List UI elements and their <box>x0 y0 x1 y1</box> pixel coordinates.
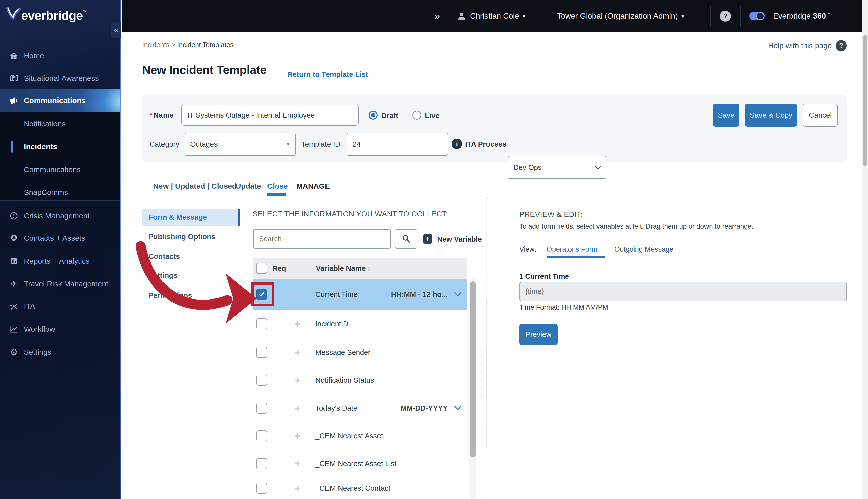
subnav-form-message[interactable]: Form & Message <box>149 213 207 221</box>
view-tab-outgoing-message[interactable]: Outgoing Message <box>614 245 673 253</box>
live-radio[interactable] <box>412 111 421 120</box>
save-copy-button[interactable]: Save & Copy <box>745 104 797 126</box>
row-checkbox[interactable] <box>256 402 267 414</box>
search-input[interactable] <box>253 229 391 249</box>
chevron-down-icon: ▾ <box>281 133 295 155</box>
table-row[interactable]: + _CEM Nearest Contact <box>253 477 467 499</box>
sidebar-item-situational-awareness[interactable]: Situational Awareness <box>0 70 121 87</box>
preview-button[interactable]: Preview <box>519 324 558 345</box>
ita-process-select[interactable]: Dev Ops <box>508 156 606 179</box>
person-pin-icon <box>9 233 18 243</box>
sidebar-item-communications-sub[interactable]: Communications <box>0 161 121 179</box>
network-icon <box>9 302 18 311</box>
table-row[interactable]: + _CEM Nearest Asset List <box>253 450 467 477</box>
table-row[interactable]: + Notification Status <box>253 366 467 394</box>
template-id-input[interactable] <box>347 133 448 156</box>
table-scrollbar-thumb[interactable] <box>470 281 476 457</box>
sidebar-item-communications[interactable]: Communications <box>0 92 121 109</box>
divider <box>241 198 242 311</box>
org-name: Tower Global (Organization Admin) <box>557 12 678 21</box>
row-checkbox[interactable] <box>256 430 267 441</box>
sidebar-item-travel-risk[interactable]: ✈ Travel Risk Management <box>0 275 121 293</box>
sidebar-item-workflow[interactable]: Workflow <box>0 320 121 338</box>
active-tab-underline <box>267 194 286 196</box>
sidebar-item-settings[interactable]: ⚙ Settings <box>0 343 121 361</box>
drag-handle-icon[interactable]: + <box>295 403 301 413</box>
breadcrumb-parent[interactable]: Incidents <box>142 41 169 49</box>
toggle-switch-icon <box>749 12 765 20</box>
selected-item-indicator <box>11 141 13 153</box>
tab-update[interactable]: Update <box>236 182 261 191</box>
select-all-checkbox[interactable] <box>256 263 267 274</box>
sidebar-item-crisis-management[interactable]: Crisis Management <box>0 207 121 224</box>
help-button[interactable]: ? <box>720 0 731 32</box>
user-icon <box>457 0 466 32</box>
page-scrollbar-thumb[interactable] <box>863 35 867 166</box>
subnav-permissions[interactable]: Permissions <box>149 291 192 300</box>
category-label: Category <box>150 140 179 148</box>
tab-manage[interactable]: MANAGE <box>296 182 330 191</box>
breadcrumb: Incidents > Incident Templates <box>142 41 234 49</box>
table-row[interactable]: + Message Sender <box>253 338 467 366</box>
new-variable-icon[interactable]: + <box>423 234 433 244</box>
subnav-contacts[interactable]: Contacts <box>149 252 180 260</box>
subnav-settings[interactable]: Settings <box>149 271 177 280</box>
row-checkbox[interactable] <box>256 483 267 494</box>
row-checkbox[interactable] <box>256 318 267 329</box>
drag-handle-icon[interactable]: + <box>295 290 301 300</box>
row-checkbox[interactable] <box>256 347 267 358</box>
row-checkbox[interactable] <box>256 375 267 386</box>
drag-handle-icon[interactable]: + <box>295 347 301 357</box>
chevron-down-icon[interactable] <box>454 292 462 297</box>
template-id-label: Template ID <box>301 140 340 148</box>
name-input[interactable] <box>181 105 359 126</box>
drag-handle-icon[interactable]: + <box>295 375 301 385</box>
drag-handle-icon[interactable]: + <box>295 483 301 493</box>
view-tab-operators-form[interactable]: Operator's Form <box>546 245 597 253</box>
everbridge-logo[interactable]: everbridge ™ <box>5 6 87 25</box>
sidebar-collapse-button[interactable]: « <box>111 22 121 38</box>
format-value[interactable]: HH:MM - 12 ho... <box>391 290 448 299</box>
expand-menu-icon[interactable]: » <box>434 0 440 32</box>
cancel-button[interactable]: Cancel <box>803 104 838 126</box>
chevron-down-icon[interactable] <box>454 405 462 411</box>
sidebar-item-reports-analytics[interactable]: Reports + Analytics <box>0 252 121 270</box>
page-help-link[interactable]: Help with this page ? <box>768 40 847 51</box>
chevron-down-icon: ▾ <box>681 13 684 20</box>
drag-handle-icon[interactable]: + <box>295 459 301 468</box>
info-icon[interactable]: i <box>451 139 462 149</box>
tab-close[interactable]: Close <box>267 182 288 191</box>
draft-radio[interactable] <box>369 111 378 120</box>
sort-icon[interactable]: ▲▼ <box>367 265 371 272</box>
table-row[interactable]: + _CEM Nearest Asset <box>253 422 467 450</box>
sidebar-item-incidents[interactable]: Incidents <box>0 138 121 156</box>
format-value[interactable]: MM-DD-YYYY <box>400 404 448 412</box>
sidebar-item-ita[interactable]: ITA <box>0 297 121 315</box>
category-select[interactable]: Outages ▾ <box>185 133 296 156</box>
name-label: * Name <box>150 111 174 119</box>
everbridge360-toggle[interactable] <box>749 0 765 32</box>
table-row[interactable]: + IncidentID <box>253 310 467 338</box>
drag-handle-icon[interactable]: + <box>295 431 301 441</box>
sidebar-item-snapcomms[interactable]: SnapComms <box>0 184 121 201</box>
sidebar-item-home[interactable]: Home <box>0 47 121 64</box>
save-button[interactable]: Save <box>713 104 740 126</box>
user-menu[interactable]: Christian Cole ▾ <box>470 0 526 32</box>
tab-new-updated-closed[interactable]: New | Updated | Closed <box>153 182 237 191</box>
table-row-todays-date[interactable]: + Today's Date MM-DD-YYYY <box>253 394 467 422</box>
table-row-current-time[interactable]: + Current Time HH:MM - 12 ho... <box>253 279 467 310</box>
chevron-down-icon <box>595 165 601 170</box>
return-to-template-list-link[interactable]: Return to Template List <box>287 70 368 78</box>
row-checkbox[interactable] <box>256 458 267 469</box>
sidebar-item-notifications[interactable]: Notifications <box>0 115 121 133</box>
subnav-publishing-options[interactable]: Publishing Options <box>149 233 215 241</box>
new-variable-button[interactable]: New Variable <box>437 235 482 243</box>
time-field[interactable] <box>519 282 847 301</box>
sidebar-item-contacts-assets[interactable]: Contacts + Assets <box>0 229 121 247</box>
variable-name-header[interactable]: Variable Name <box>316 264 366 272</box>
drag-handle-icon[interactable]: + <box>295 319 301 329</box>
org-menu[interactable]: Tower Global (Organization Admin) ▾ <box>557 0 684 32</box>
variable-name: _CEM Nearest Contact <box>315 484 390 492</box>
search-button[interactable] <box>395 229 418 249</box>
variable-name: Notification Status <box>315 376 374 385</box>
